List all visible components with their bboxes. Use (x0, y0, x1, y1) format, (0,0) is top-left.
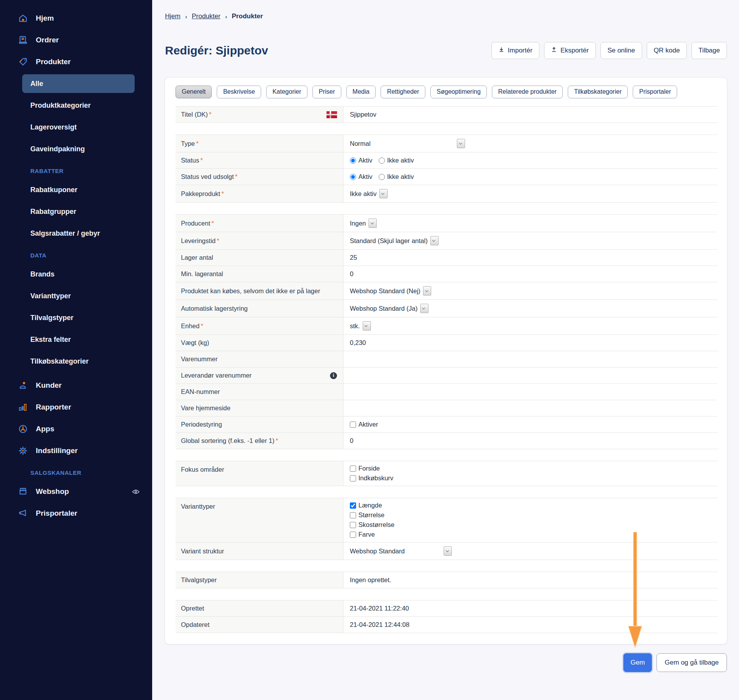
tab-relaterede-produkter[interactable]: Relaterede produkter (492, 86, 563, 98)
sidebar-item-produktkategorier[interactable]: Produktkategorier (0, 98, 152, 112)
import-button[interactable]: Importér (491, 42, 539, 59)
type-select[interactable]: Normal (350, 139, 465, 148)
variant-farve-checkbox[interactable]: Farve (350, 531, 375, 538)
vaegt-value[interactable]: 0,230 (350, 339, 366, 346)
eye-icon[interactable] (132, 489, 140, 494)
row-global-sortering: Global sortering (f.eks. -1 eller 1)* 0 (176, 433, 718, 449)
sidebar-item-webshop[interactable]: Webshop (0, 485, 152, 499)
tab-prisportaler[interactable]: Prisportaler (633, 86, 677, 98)
tab-beskrivelse[interactable]: Beskrivelse (217, 86, 261, 98)
variant-laengde-checkbox[interactable]: Længde (350, 502, 382, 509)
row-enhed: Enhed* stk. (176, 317, 718, 335)
sidebar-item-indstillinger[interactable]: Indstillinger (0, 444, 152, 458)
tilvalgstyper-value: Ingen oprettet. (350, 576, 391, 584)
sidebar-item-gaveindpakning[interactable]: Gaveindpakning (0, 142, 152, 156)
row-pakkeprodukt: Pakkeprodukt* Ikke aktiv (176, 185, 718, 203)
status-udsolgt-aktiv-radio[interactable]: Aktiv (350, 173, 372, 180)
pakkeprodukt-select[interactable]: Ikke aktiv (350, 189, 388, 198)
sidebar-item-tilkobskategorier[interactable]: Tilkøbskategorier (0, 354, 152, 368)
auto-lagerstyring-select[interactable]: Webshop Standard (Ja) (350, 304, 428, 313)
sidebar-item-varianttyper[interactable]: Varianttyper (0, 289, 152, 303)
orders-icon (18, 35, 28, 45)
row-oprettet: Oprettet 21-04-2021 11:22:40 (176, 600, 718, 617)
status-udsolgt-ikke-aktiv-radio[interactable]: Ikke aktiv (379, 173, 414, 180)
fokus-indkobskurv-checkbox[interactable]: Indkøbskurv (350, 474, 393, 482)
sidebar: Hjem Ordrer Produkter Alle Produktkatego… (0, 0, 152, 700)
download-icon (499, 47, 504, 54)
tab-tilkobskategorier[interactable]: Tilkøbskategorier (568, 86, 628, 98)
variant-skostorrelse-checkbox[interactable]: Skostørrelse (350, 521, 395, 528)
sidebar-item-prisportaler[interactable]: Prisportaler (0, 506, 152, 520)
tab-kategorier[interactable]: Kategorier (266, 86, 307, 98)
leveringstid-select[interactable]: Standard (Skjul lager antal) (350, 236, 439, 245)
chevron-down-icon (430, 236, 439, 245)
fokus-forside-checkbox[interactable]: Forside (350, 465, 380, 472)
enhed-select[interactable]: stk. (350, 321, 371, 331)
row-fokus-omrader: Fokus områder Forside Indkøbskurv (176, 461, 718, 486)
sidebar-item-rabatkuponer[interactable]: Rabatkuponer (0, 183, 152, 197)
row-tilvalgstyper: Tilvalgstyper Ingen oprettet. (176, 572, 718, 588)
product-form: Titel (DK)* Sjippetov Type* Normal (176, 106, 718, 633)
settings-icon (18, 446, 28, 456)
sidebar-item-label: Prisportaler (36, 509, 77, 518)
sidebar-item-kunder[interactable]: Kunder (0, 378, 152, 392)
row-producent: Producent* Ingen (176, 215, 718, 232)
min-lagerantal-value[interactable]: 0 (350, 270, 353, 278)
sidebar-item-hjem[interactable]: Hjem (0, 11, 152, 25)
qr-kode-button[interactable]: QR kode (647, 42, 687, 59)
sidebar-item-tilvalgstyper[interactable]: Tilvalgstyper (0, 311, 152, 325)
sidebar-item-lageroversigt[interactable]: Lageroversigt (0, 120, 152, 134)
sidebar-item-ordrer[interactable]: Ordrer (0, 33, 152, 47)
apps-icon (18, 424, 28, 434)
sidebar-item-apps[interactable]: Apps (0, 422, 152, 436)
save-and-back-button[interactable]: Gem og gå tilbage (656, 653, 727, 672)
chevron-down-icon (420, 304, 428, 313)
chevron-down-icon (363, 321, 371, 331)
chevron-down-icon (444, 546, 452, 556)
sidebar-item-brands[interactable]: Brands (0, 267, 152, 281)
sidebar-item-produkter[interactable]: Produkter (0, 55, 152, 69)
row-opdateret: Opdateret 21-04-2021 12:44:08 (176, 617, 718, 633)
products-icon (18, 57, 28, 67)
sidebar-item-rabatgrupper[interactable]: Rabatgrupper (0, 205, 152, 219)
row-status-udsolgt: Status ved udsolgt* Aktiv Ikke aktiv (176, 169, 718, 185)
tab-generelt[interactable]: Generelt (176, 86, 212, 98)
sidebar-item-rapporter[interactable]: Rapporter (0, 400, 152, 414)
webshop-icon (18, 486, 28, 497)
tab-sogeoptimering[interactable]: Søgeoptimering (430, 86, 487, 98)
breadcrumb-current: Produkter (232, 12, 263, 20)
row-vaegt: Vægt (kg) 0,230 (176, 335, 718, 351)
sidebar-item-salgsrabatter[interactable]: Salgsrabatter / gebyr (0, 226, 152, 240)
sidebar-item-label: Produkter (36, 58, 71, 66)
global-sortering-value[interactable]: 0 (350, 437, 353, 444)
chevron-down-icon (423, 286, 431, 296)
row-auto-lagerstyring: Automatisk lagerstyring Webshop Standard… (176, 300, 718, 317)
tab-rettigheder[interactable]: Rettigheder (381, 86, 425, 98)
product-edit-card: Generelt Beskrivelse Kategorier Priser M… (165, 78, 727, 644)
breadcrumb-link-produkter[interactable]: Produkter (192, 12, 221, 20)
sidebar-item-alle[interactable]: Alle (22, 74, 135, 93)
se-online-button[interactable]: Se online (600, 42, 642, 59)
periodestyring-aktiver-checkbox[interactable]: Aktiver (350, 421, 378, 428)
row-varenummer: Varenummer (176, 351, 718, 368)
tab-priser[interactable]: Priser (312, 86, 341, 98)
export-button[interactable]: Eksportér (544, 42, 596, 59)
status-aktiv-radio[interactable]: Aktiv (350, 157, 372, 164)
producent-select[interactable]: Ingen (350, 219, 377, 228)
row-variant-struktur: Variant struktur Webshop Standard (176, 542, 718, 560)
sidebar-item-ekstra-felter[interactable]: Ekstra felter (0, 332, 152, 346)
status-ikke-aktiv-radio[interactable]: Ikke aktiv (379, 157, 414, 164)
breadcrumb-link-hjem[interactable]: Hjem (165, 12, 181, 20)
tab-media[interactable]: Media (346, 86, 376, 98)
info-icon[interactable]: i (330, 372, 337, 379)
titel-value[interactable]: Sjippetov (350, 111, 376, 118)
row-titel: Titel (DK)* Sjippetov (176, 107, 718, 123)
lager-antal-value[interactable]: 25 (350, 254, 357, 261)
tilbage-button[interactable]: Tilbage (692, 42, 727, 59)
row-leverandor-varenummer: Leverandør varenummer i (176, 368, 718, 384)
variant-struktur-select[interactable]: Webshop Standard (350, 546, 452, 556)
kan-kobes-select[interactable]: Webshop Standard (Nej) (350, 286, 431, 296)
save-button[interactable]: Gem (623, 653, 652, 672)
sidebar-item-label: Rapporter (36, 403, 71, 411)
variant-storrelse-checkbox[interactable]: Størrelse (350, 511, 384, 519)
